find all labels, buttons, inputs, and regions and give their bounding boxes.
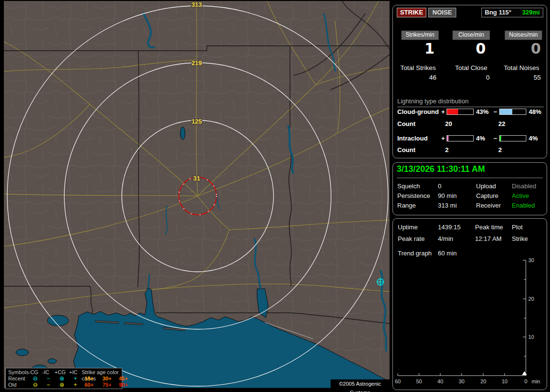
capture-status: Active [512,192,529,199]
cloud-ground-count-row: Count 20 22 [393,120,547,127]
receiver-label: Receiver [476,202,501,209]
intracloud-row: Intracloud + 4% − 4% [393,135,547,142]
ring-label-313: 313 [191,1,202,8]
range-label: Range [397,202,416,209]
cg-positive-count: 20 [445,120,452,127]
strike-button[interactable]: STRIKE [397,8,426,17]
bearing-distance: 329mi [522,9,540,17]
cg-negative-pct: 48% [529,108,541,115]
x-tick-20: 20 [480,378,486,384]
trend-graph: 30 20 10 60 50 40 30 20 10 0 min [393,219,547,390]
neg-ic-old-icon: − [42,382,55,388]
stats-panel: STRIKE NOISE Bng 115° 329mi Strikes/min … [392,5,547,158]
cg-negative-bar [499,109,526,115]
persistence-label: Persistence [397,192,430,199]
total-close-value: 0 [446,74,490,81]
upload-label: Upload [476,182,496,190]
status-panel: 3/13/2026 11:30:11 AM Squelch 0 Persiste… [392,162,547,215]
legend-age-header: Strike age color codes [82,369,133,376]
total-noises-value: 55 [497,74,541,81]
ring-label-31: 31 [193,175,200,182]
cloud-ground-row: Cloud-ground + 43% − 48% [393,108,547,115]
capture-label: Capture [476,192,498,199]
age-code-30: 30+ [102,376,119,382]
trend-graph-axes [398,260,527,376]
pos-ic-old-icon: + [69,382,82,388]
y-tick-10: 10 [528,334,534,340]
strike-map[interactable]: 313 219 125 31 [4,1,390,388]
neg-cg-old-icon: ⊖ [29,382,42,388]
noises-per-min-chip: Noises/min [505,30,542,40]
age-code-90: 90+ [119,382,133,388]
trend-graph-labels: 30 20 10 60 50 40 30 20 10 0 min [395,257,540,384]
bearing-readout: Bng 115° 329mi [481,8,543,17]
squelch-value: 0 [438,182,441,190]
y-tick-30: 30 [528,257,534,263]
cg-positive-pct: 43% [476,108,489,115]
strikes-per-min-chip: Strikes/min [401,30,439,40]
squelch-label: Squelch [397,182,420,190]
cg-positive-bar [447,109,474,115]
total-close-label: Total Close [447,64,495,71]
intracloud-count-row: Count 2 2 [393,146,547,154]
x-tick-30: 30 [459,378,464,384]
range-value: 313 mi [438,202,457,209]
total-strikes-label: Total Strikes [394,64,442,71]
y-tick-20: 20 [528,296,534,302]
datetime-display: 3/13/2026 11:30:11 AM [397,164,543,178]
ic-positive-count: 2 [445,146,449,154]
receiver-status: Enabled [512,202,535,209]
upload-status: Disabled [512,182,536,190]
x-tick-0: 0 [524,378,527,384]
x-tick-60: 60 [395,378,401,384]
persistence-value: 90 min [438,192,457,199]
count-label: Count [397,120,416,127]
x-tick-40: 40 [437,378,443,384]
bearing-label: Bng 115° [485,9,511,17]
ic-negative-count: 2 [498,146,502,154]
age-code-45: 45+ [119,376,133,382]
app-window: 313 219 125 31 Symbols -CG -IC +CG +IC S… [0,0,550,392]
legend-symbols-header: Symbols [8,369,29,376]
minus-sign: − [493,135,497,142]
map-legend: Symbols -CG -IC +CG +IC Strike age color… [5,368,122,389]
trend-panel: Uptime 1439:15 Peak time Plot Peak rate … [392,218,547,390]
age-code-15: 15+ [85,376,102,382]
plus-sign: + [441,135,445,142]
ic-positive-bar [447,135,474,141]
cloud-ground-label: Cloud-ground [397,108,439,115]
pos-cg-old-icon: ⊕ [55,382,69,388]
x-tick-50: 50 [416,378,422,384]
count-label: Count [397,146,416,154]
age-code-60: 60+ [85,382,102,388]
noises-per-min-value: 0 [503,40,541,57]
ic-positive-pct: 4% [476,135,485,142]
legend-recent-label: Recent [8,376,29,382]
total-strikes-value: 46 [393,74,436,81]
plus-sign: + [441,108,445,115]
ring-label-125: 125 [191,118,202,125]
minus-sign: − [493,108,497,115]
ring-label-219: 219 [191,59,202,67]
ic-negative-bar [499,135,526,141]
ic-negative-pct: 4% [529,135,538,142]
x-axis-unit: min [532,378,540,384]
close-per-min-value: 0 [448,40,486,57]
close-per-min-chip: Close/min [452,30,490,40]
total-noises-label: Total Noises [497,64,546,71]
copyright-label: ©2005 Astrogenic Systems [331,379,390,388]
age-code-75: 75+ [102,382,119,388]
noise-button[interactable]: NOISE [428,8,456,17]
distribution-title: Lightning type distribution [397,98,544,107]
cg-negative-count: 22 [498,120,505,127]
x-tick-10: 10 [502,378,507,384]
legend-old-label: Old [8,382,29,388]
strikes-per-min-value: 1 [397,40,434,57]
intracloud-label: Intracloud [397,135,428,142]
